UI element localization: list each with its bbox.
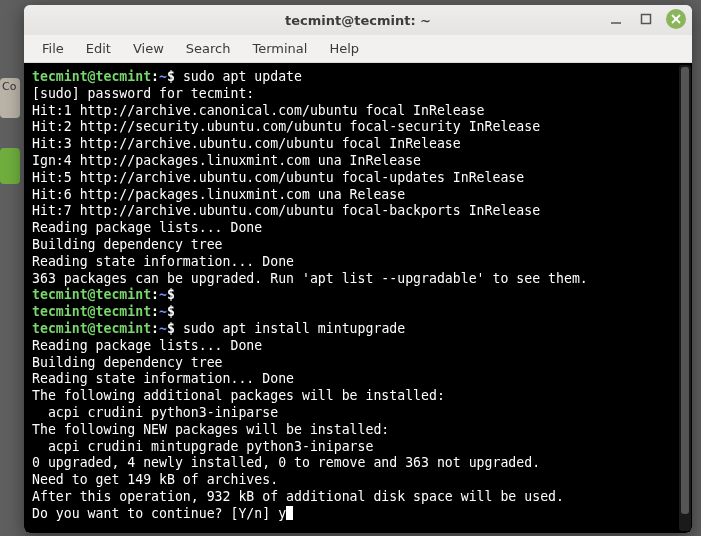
close-button[interactable]: [666, 9, 686, 29]
menu-edit[interactable]: Edit: [76, 37, 121, 60]
minimize-icon: [609, 12, 623, 26]
menu-file[interactable]: File: [32, 37, 74, 60]
terminal-window: tecmint@tecmint: ~ File Edit View Search…: [24, 5, 692, 533]
menubar: File Edit View Search Terminal Help: [24, 35, 692, 63]
window-title: tecmint@tecmint: ~: [285, 13, 431, 28]
terminal-content[interactable]: tecmint@tecmint:~$ sudo apt update [sudo…: [32, 69, 688, 527]
titlebar[interactable]: tecmint@tecmint: ~: [24, 5, 692, 35]
scrollbar[interactable]: [679, 65, 691, 531]
menu-view[interactable]: View: [123, 37, 174, 60]
menu-terminal[interactable]: Terminal: [242, 37, 317, 60]
terminal-viewport[interactable]: tecmint@tecmint:~$ sudo apt update [sudo…: [24, 63, 692, 533]
maximize-button[interactable]: [636, 9, 656, 29]
window-controls: [606, 9, 686, 29]
svg-rect-1: [642, 15, 651, 24]
menu-search[interactable]: Search: [176, 37, 241, 60]
desktop-icon-1: Co: [0, 78, 20, 118]
desktop-icon-2: [0, 148, 20, 184]
menu-help[interactable]: Help: [319, 37, 369, 60]
maximize-icon: [639, 12, 653, 26]
desktop: Co tecmint@tecmint: ~ File Edit View Sea…: [0, 0, 701, 536]
close-icon: [671, 14, 681, 24]
minimize-button[interactable]: [606, 9, 626, 29]
scrollbar-thumb[interactable]: [681, 67, 689, 514]
